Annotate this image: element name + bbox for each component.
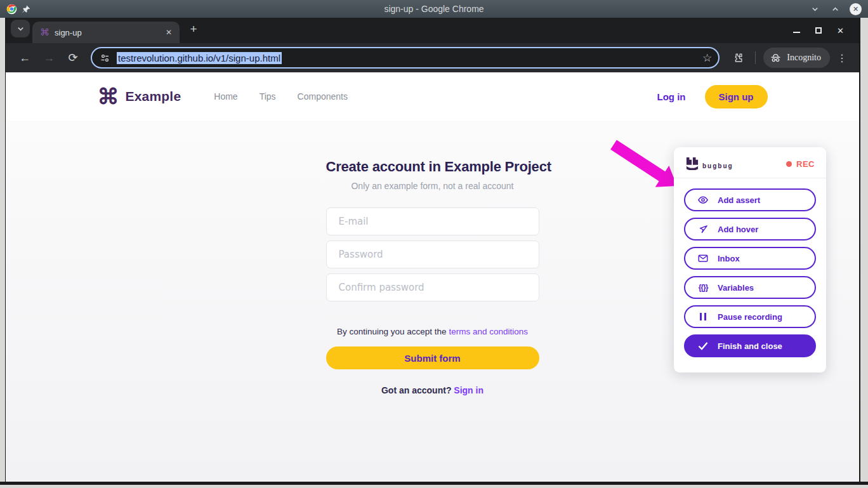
tab-title: sign-up (55, 28, 158, 37)
terms-text: By continuing you accept the terms and c… (326, 327, 539, 336)
panel-divider (674, 178, 826, 178)
variables-button[interactable]: {{}} Variables (684, 276, 816, 299)
minimize-button[interactable] (793, 25, 800, 36)
signin-text: Got an account? Sign in (326, 385, 539, 395)
window-close-button[interactable]: ✕ (837, 25, 844, 36)
bookmark-star-icon[interactable]: ☆ (702, 51, 712, 65)
recording-indicator: REC (786, 159, 815, 169)
back-button[interactable]: ← (15, 48, 35, 68)
brand-name: Example (126, 89, 181, 104)
rec-dot-icon (786, 161, 792, 167)
confirm-password-field[interactable] (326, 274, 539, 301)
system-titlebar: sign-up - Google Chrome ✕ (0, 0, 868, 18)
toolbar-separator (755, 51, 756, 64)
password-field[interactable] (326, 241, 539, 268)
tab-strip: ⌘ sign-up ✕ + ✕ (6, 18, 859, 43)
shade-window-button[interactable] (809, 3, 820, 15)
taskbar-edge (0, 485, 868, 488)
bugbug-wordmark: bugbug (702, 162, 733, 169)
tab-sign-up[interactable]: ⌘ sign-up ✕ (32, 22, 180, 43)
check-icon (697, 341, 709, 350)
rec-label: REC (796, 159, 815, 169)
email-field[interactable] (326, 208, 539, 235)
inbox-button[interactable]: Inbox (684, 247, 816, 270)
submit-form-button[interactable]: Submit form (326, 346, 539, 369)
log-in-link[interactable]: Log in (657, 91, 686, 102)
nav-tips-link[interactable]: Tips (260, 91, 276, 102)
incognito-label: Incognito (787, 53, 821, 63)
pause-icon (697, 312, 709, 321)
unshade-window-button[interactable] (829, 3, 841, 15)
nav-components-link[interactable]: Components (298, 91, 348, 102)
maximize-button[interactable] (815, 25, 822, 36)
command-logo-icon: ⌘ (98, 86, 119, 107)
pause-recording-button[interactable]: Pause recording (684, 305, 816, 328)
tab-search-button[interactable] (11, 20, 30, 37)
browser-window: ⌘ sign-up ✕ + ✕ ← → ⟳ testrevolution.git (5, 18, 860, 482)
cursor-icon (697, 224, 709, 235)
eye-icon (697, 194, 709, 206)
terms-link[interactable]: terms and conditions (449, 327, 528, 336)
new-tab-button[interactable]: + (185, 20, 202, 38)
tab-close-icon[interactable]: ✕ (163, 27, 174, 38)
bugbug-panel: bugbug REC Add assert (674, 147, 826, 373)
extensions-icon[interactable] (727, 48, 747, 68)
window-title: sign-up - Google Chrome (0, 4, 868, 14)
nav-home-link[interactable]: Home (214, 91, 237, 102)
tab-favicon: ⌘ (40, 27, 49, 38)
browser-menu-button[interactable]: ⋮ (834, 52, 850, 64)
url-input[interactable]: testrevolution.github.io/v1/sign-up.html (117, 52, 282, 64)
sign-in-link[interactable]: Sign in (454, 385, 483, 395)
page-title: Create account in Example Project (326, 159, 539, 175)
site-settings-icon[interactable] (100, 53, 110, 63)
page-subtitle: Only an example form, not a real account (326, 181, 539, 191)
callout-arrow (608, 138, 685, 192)
add-hover-button[interactable]: Add hover (684, 218, 816, 241)
web-page: ⌘ Example Home Tips Components Log in Si… (6, 72, 859, 482)
browser-toolbar: ← → ⟳ testrevolution.github.io/v1/sign-u… (6, 43, 859, 72)
finish-and-close-button[interactable]: Finish and close (684, 334, 816, 357)
add-assert-button[interactable]: Add assert (684, 188, 816, 211)
incognito-spy-icon (770, 52, 782, 64)
site-nav: Home Tips Components (214, 91, 348, 102)
bugbug-logo-icon (685, 157, 699, 170)
reload-button[interactable]: ⟳ (63, 48, 83, 68)
site-brand[interactable]: ⌘ Example (98, 86, 181, 107)
braces-icon: {{}} (697, 283, 709, 292)
incognito-badge[interactable]: Incognito (763, 48, 830, 68)
sign-up-button[interactable]: Sign up (705, 85, 768, 109)
envelope-icon (697, 253, 709, 264)
system-close-button[interactable]: ✕ (850, 3, 862, 15)
forward-button: → (39, 48, 59, 68)
bugbug-logo: bugbug (685, 157, 733, 170)
site-header: ⌘ Example Home Tips Components Log in Si… (6, 72, 859, 121)
address-bar[interactable]: testrevolution.github.io/v1/sign-up.html… (91, 47, 720, 69)
